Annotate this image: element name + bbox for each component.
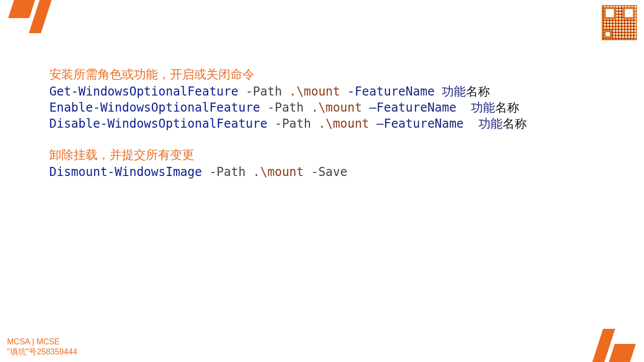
slide-content: 安装所需角色或功能，开启或关闭命令 Get-WindowsOptionalFea…	[49, 66, 527, 180]
section1-heading: 安装所需角色或功能，开启或关闭命令	[49, 66, 527, 82]
code-line-get: Get-WindowsOptionalFeature -Path .\mount…	[49, 83, 527, 100]
section2-heading: 卸除挂载，并提交所有变更	[49, 147, 527, 163]
code-line-enable: Enable-WindowsOptionalFeature -Path .\mo…	[49, 100, 527, 116]
footer-line1: MCSA | MCSE	[7, 337, 77, 347]
code-line-disable: Disable-WindowsOptionalFeature -Path .\m…	[49, 116, 527, 132]
footer: MCSA | MCSE "填坑"号258359444	[7, 337, 77, 357]
footer-line2: "填坑"号258359444	[7, 347, 77, 357]
code-line-dismount: Dismount-WindowsImage -Path .\mount -Sav…	[49, 164, 527, 180]
qr-code-icon	[602, 5, 637, 40]
